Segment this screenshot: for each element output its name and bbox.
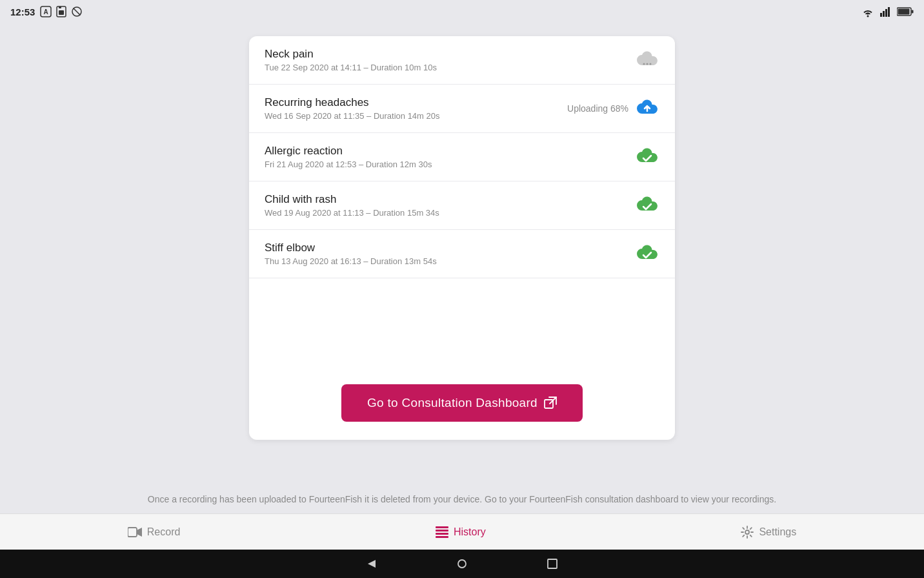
item-title: Allergic reaction (265, 145, 595, 158)
back-button[interactable] (365, 557, 378, 570)
svg-rect-3 (59, 10, 64, 15)
svg-rect-19 (128, 528, 137, 537)
cta-label: Go to Consultation Dashboard (367, 396, 537, 410)
svg-rect-23 (436, 533, 448, 535)
svg-rect-28 (548, 559, 557, 568)
status-bar-right (861, 6, 914, 17)
settings-label: Settings (759, 526, 796, 538)
list-item-content: Neck pain Tue 22 Sep 2020 at 14:11 – Dur… (265, 48, 595, 72)
gear-icon (741, 526, 754, 539)
svg-rect-14 (912, 10, 914, 14)
status-icons: A (40, 6, 83, 17)
item-subtitle: Wed 19 Aug 2020 at 11:13 – Duration 15m … (265, 208, 595, 218)
svg-point-27 (458, 560, 466, 568)
svg-rect-8 (880, 13, 882, 17)
svg-rect-10 (885, 9, 887, 17)
item-right (595, 48, 659, 72)
upload-progress-text: Uploading 68% (567, 103, 628, 114)
list-item[interactable]: Allergic reaction Fri 21 Aug 2020 at 12:… (249, 133, 675, 181)
list-item[interactable]: Child with rash Wed 19 Aug 2020 at 11:13… (249, 181, 675, 230)
item-right: Uploading 68% (567, 96, 659, 121)
svg-rect-13 (898, 9, 910, 15)
external-link-icon (544, 397, 557, 409)
item-title: Stiff elbow (265, 242, 595, 254)
go-to-dashboard-button[interactable]: Go to Consultation Dashboard (341, 384, 583, 422)
item-title: Neck pain (265, 48, 595, 61)
sidebar-item-settings[interactable]: Settings (730, 521, 807, 544)
svg-point-25 (745, 530, 749, 534)
bottom-nav: Record History Settings (0, 513, 924, 550)
list-item[interactable]: Recurring headaches Wed 16 Sep 2020 at 1… (249, 85, 675, 133)
cloud-pending-icon (635, 48, 659, 72)
svg-point-7 (867, 15, 869, 17)
svg-text:A: A (44, 8, 48, 15)
svg-rect-9 (883, 11, 885, 17)
status-time: 12:53 (10, 6, 35, 17)
record-label: Record (147, 526, 181, 538)
item-right (595, 145, 659, 169)
svg-rect-21 (436, 526, 448, 528)
cloud-done-icon (635, 242, 659, 266)
svg-point-16 (647, 63, 648, 65)
sidebar-item-record[interactable]: Record (117, 521, 191, 543)
item-subtitle: Tue 22 Sep 2020 at 14:11 – Duration 10m … (265, 63, 595, 72)
a-icon: A (40, 6, 52, 17)
svg-rect-4 (59, 6, 61, 8)
item-subtitle: Wed 16 Sep 2020 at 11:35 – Duration 14m … (265, 111, 567, 121)
card-spacer (249, 278, 675, 369)
recents-button[interactable] (546, 557, 559, 570)
list-item[interactable]: Neck pain Tue 22 Sep 2020 at 14:11 – Dur… (249, 36, 675, 85)
cta-container: Go to Consultation Dashboard (249, 369, 675, 440)
info-text: Once a recording has been uploaded to Fo… (0, 485, 924, 513)
svg-marker-20 (137, 528, 142, 537)
list-icon (436, 526, 448, 538)
svg-rect-24 (436, 536, 448, 538)
svg-point-15 (643, 63, 645, 65)
history-label: History (454, 526, 486, 538)
svg-marker-26 (368, 560, 376, 568)
list-item-content: Child with rash Wed 19 Aug 2020 at 11:13… (265, 193, 595, 218)
item-right (595, 242, 659, 266)
status-bar-left: 12:53 A (10, 6, 83, 17)
battery-icon (897, 7, 914, 16)
consultations-card: Neck pain Tue 22 Sep 2020 at 14:11 – Dur… (249, 36, 675, 440)
list-item-content: Allergic reaction Fri 21 Aug 2020 at 12:… (265, 145, 595, 169)
svg-rect-22 (436, 530, 448, 532)
cloud-done-icon (635, 193, 659, 218)
list-item-content: Recurring headaches Wed 16 Sep 2020 at 1… (265, 96, 567, 121)
block-icon (71, 6, 83, 17)
sim-icon (55, 6, 67, 17)
item-right (595, 193, 659, 218)
cloud-uploading-icon (635, 96, 659, 121)
item-subtitle: Fri 21 Aug 2020 at 12:53 – Duration 12m … (265, 160, 595, 169)
svg-rect-11 (888, 7, 890, 17)
android-nav (0, 550, 924, 578)
main-area: Neck pain Tue 22 Sep 2020 at 14:11 – Dur… (0, 23, 924, 513)
item-subtitle: Thu 13 Aug 2020 at 16:13 – Duration 13m … (265, 256, 595, 266)
svg-point-17 (650, 63, 652, 65)
list-item[interactable]: Stiff elbow Thu 13 Aug 2020 at 16:13 – D… (249, 230, 675, 278)
home-button[interactable] (456, 557, 468, 570)
sidebar-item-history[interactable]: History (425, 521, 496, 543)
wifi-icon (861, 6, 875, 17)
cloud-done-icon (635, 145, 659, 169)
item-title: Recurring headaches (265, 96, 567, 109)
list-item-content: Stiff elbow Thu 13 Aug 2020 at 16:13 – D… (265, 242, 595, 266)
status-bar: 12:53 A (0, 0, 924, 23)
svg-line-6 (74, 8, 81, 15)
video-icon (128, 526, 142, 538)
item-title: Child with rash (265, 193, 595, 206)
signal-icon (880, 6, 892, 17)
